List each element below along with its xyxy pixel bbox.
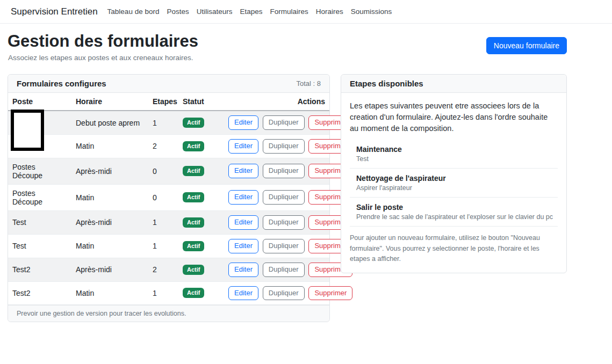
nav-item-horaires[interactable]: Horaires (316, 8, 343, 16)
page-title: Gestion des formulaires (8, 32, 198, 50)
status-badge: Actif (183, 217, 204, 228)
cell-actions: Editer Dupliquer Supprimer (222, 111, 329, 134)
duplicate-button[interactable]: Dupliquer (263, 239, 305, 253)
status-badge: Actif (183, 241, 204, 251)
table-row: Test Matin 1 Actif Editer Dupliquer Supp… (8, 234, 329, 258)
cell-actions: Editer Dupliquer Supprimer (222, 281, 329, 305)
cell-statut: Actif (178, 210, 222, 234)
edit-button[interactable]: Editer (228, 164, 258, 178)
nav-item-utilisateurs[interactable]: Utilisateurs (197, 8, 233, 16)
table-row: Postes Découpe Matin 0 Actif Editer Dupl… (8, 184, 329, 210)
duplicate-button[interactable]: Dupliquer (263, 215, 305, 230)
edit-button[interactable]: Editer (228, 115, 258, 130)
duplicate-button[interactable]: Dupliquer (263, 286, 305, 301)
cell-statut: Actif (178, 158, 222, 184)
cell-actions: Editer Dupliquer Supprimer (222, 158, 329, 184)
poste-image-placeholder (11, 110, 44, 151)
status-badge: Actif (183, 166, 204, 176)
delete-button[interactable]: Supprimer (308, 286, 352, 301)
cell-statut: Actif (178, 111, 222, 134)
page-header: Gestion des formulaires Associez les eta… (8, 32, 567, 62)
status-badge: Actif (183, 265, 204, 275)
steps-footer-note: Pour ajouter un nouveau formulaire, util… (350, 233, 558, 264)
cell-horaire: Après-midi (71, 210, 148, 234)
table-row: Postes Découpe Après-midi 0 Actif Editer… (8, 158, 329, 184)
step-name: Salir le poste (356, 203, 558, 212)
cell-statut: Actif (178, 184, 222, 210)
top-navbar: Supervision Entretien Tableau de bord Po… (0, 0, 612, 24)
cell-etapes: 2 (148, 258, 178, 281)
forms-table-head: Poste Horaire Etapes Statut Actions (8, 93, 329, 111)
column-header-poste: Poste (8, 93, 71, 111)
table-row: Matin 2 Actif Editer Dupliquer Supprimer (8, 134, 329, 158)
table-row: Test2 Matin 1 Actif Editer Dupliquer Sup… (8, 281, 329, 305)
cell-poste: Test2 (8, 281, 71, 305)
column-header-etapes: Etapes (148, 93, 178, 111)
cell-etapes: 1 (148, 111, 178, 134)
cell-horaire: Matin (71, 281, 148, 305)
cell-poste: Test2 (8, 258, 71, 281)
steps-description: Les etapes suivantes peuvent etre associ… (350, 100, 558, 134)
steps-card-title: Etapes disponibles (350, 79, 423, 88)
cell-poste: Postes Découpe (8, 184, 71, 210)
edit-button[interactable]: Editer (228, 215, 258, 230)
duplicate-button[interactable]: Dupliquer (263, 263, 305, 277)
page-subtitle: Associez les etapes aux postes et aux cr… (8, 54, 198, 62)
column-header-actions: Actions (222, 93, 329, 111)
cell-etapes: 1 (148, 210, 178, 234)
steps-card-body: Les etapes suivantes peuvent etre associ… (341, 93, 566, 273)
cell-etapes: 1 (148, 281, 178, 305)
cell-statut: Actif (178, 281, 222, 305)
cell-poste: Test (8, 234, 71, 258)
nav-item-etapes[interactable]: Etapes (240, 8, 262, 16)
edit-button[interactable]: Editer (228, 239, 258, 253)
duplicate-button[interactable]: Dupliquer (263, 190, 305, 205)
status-badge: Actif (183, 141, 204, 151)
steps-card-header: Etapes disponibles (341, 75, 566, 93)
edit-button[interactable]: Editer (228, 190, 258, 205)
forms-table: Poste Horaire Etapes Statut Actions Debu… (8, 93, 329, 305)
edit-button[interactable]: Editer (228, 286, 258, 301)
steps-list: Maintenance Test Nettoyage de l'aspirate… (350, 140, 558, 227)
nav-item-formulaires[interactable]: Formulaires (270, 8, 308, 16)
cell-poste: Postes Découpe (8, 158, 71, 184)
cell-actions: Editer Dupliquer Supprimer (222, 184, 329, 210)
page-heading-group: Gestion des formulaires Associez les eta… (8, 32, 198, 62)
cell-poste (8, 111, 71, 134)
nav-item-postes[interactable]: Postes (167, 8, 189, 16)
step-name: Maintenance (356, 145, 558, 154)
step-list-item: Nettoyage de l'aspirateur Aspirer l'aspi… (350, 169, 558, 198)
step-detail: Prendre le sac sale de l'aspirateur et l… (356, 213, 558, 221)
forms-table-body: Debut poste aprem 1 Actif Editer Dupliqu… (8, 111, 329, 305)
edit-button[interactable]: Editer (228, 263, 258, 277)
forms-card-header: Formulaires configures Total : 8 (8, 75, 329, 93)
duplicate-button[interactable]: Dupliquer (263, 139, 305, 154)
page-container: Gestion des formulaires Associez les eta… (8, 32, 567, 322)
cell-etapes: 0 (148, 184, 178, 210)
table-row: Debut poste aprem 1 Actif Editer Dupliqu… (8, 111, 329, 134)
column-header-statut: Statut (178, 93, 222, 111)
status-badge: Actif (183, 118, 204, 128)
column-header-horaire: Horaire (71, 93, 148, 111)
duplicate-button[interactable]: Dupliquer (263, 164, 305, 178)
brand-link[interactable]: Supervision Entretien (11, 6, 98, 17)
nav-item-soumissions[interactable]: Soumissions (351, 8, 392, 16)
duplicate-button[interactable]: Dupliquer (263, 115, 305, 130)
cell-actions: Editer Dupliquer Supprimer (222, 258, 329, 281)
steps-card: Etapes disponibles Les etapes suivantes … (341, 74, 567, 273)
forms-total-badge: Total : 8 (296, 79, 321, 88)
cell-statut: Actif (178, 134, 222, 158)
cell-actions: Editer Dupliquer Supprimer (222, 210, 329, 234)
cell-etapes: 0 (148, 158, 178, 184)
edit-button[interactable]: Editer (228, 139, 258, 154)
cell-horaire: Après-midi (71, 258, 148, 281)
new-form-button[interactable]: Nouveau formulaire (486, 37, 567, 54)
step-detail: Aspirer l'aspirateur (356, 184, 558, 192)
table-row: Test2 Après-midi 2 Actif Editer Duplique… (8, 258, 329, 281)
nav-item-tableau-de-bord[interactable]: Tableau de bord (107, 8, 160, 16)
step-list-item: Salir le poste Prendre le sac sale de l'… (350, 198, 558, 227)
step-list-item: Maintenance Test (350, 140, 558, 169)
cell-actions: Editer Dupliquer Supprimer (222, 134, 329, 158)
nav-links: Tableau de bord Postes Utilisateurs Etap… (107, 8, 400, 16)
content-columns: Formulaires configures Total : 8 Poste H… (8, 74, 567, 322)
